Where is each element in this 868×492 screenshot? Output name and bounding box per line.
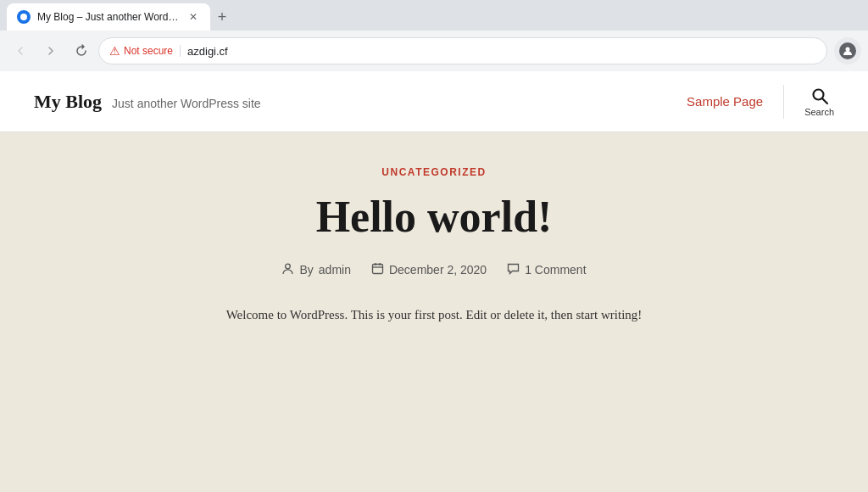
active-tab[interactable]: My Blog – Just another WordPre... ✕ bbox=[7, 3, 210, 31]
back-button[interactable] bbox=[7, 37, 34, 64]
url-bar[interactable]: ⚠ Not secure azdigi.cf bbox=[98, 37, 827, 64]
warning-icon: ⚠ bbox=[109, 44, 120, 58]
svg-point-4 bbox=[286, 264, 291, 269]
tab-favicon bbox=[17, 10, 31, 24]
post-comments[interactable]: 1 Comment bbox=[525, 263, 586, 277]
comment-icon bbox=[507, 262, 520, 277]
author-icon bbox=[281, 262, 294, 277]
search-icon bbox=[810, 87, 829, 105]
site-brand: My Blog Just another WordPress site bbox=[34, 91, 261, 113]
post-content: Welcome to WordPress. This is your first… bbox=[226, 305, 643, 327]
sample-page-link[interactable]: Sample Page bbox=[687, 94, 763, 109]
security-warning: ⚠ Not secure bbox=[109, 44, 173, 58]
post-date-meta: December 2, 2020 bbox=[371, 262, 487, 277]
site-header: My Blog Just another WordPress site Samp… bbox=[0, 71, 868, 132]
main-content: UNCATEGORIZED Hello world! By admin Dece… bbox=[0, 132, 868, 492]
site-nav: Sample Page Search bbox=[687, 85, 834, 119]
tab-title: My Blog – Just another WordPre... bbox=[37, 11, 180, 23]
svg-point-0 bbox=[20, 14, 27, 20]
post-title: Hello world! bbox=[316, 192, 553, 242]
post-category[interactable]: UNCATEGORIZED bbox=[381, 166, 486, 178]
site-tagline: Just another WordPress site bbox=[112, 97, 261, 110]
new-tab-button[interactable]: + bbox=[210, 5, 234, 29]
post-author-meta: By admin bbox=[281, 262, 350, 277]
site-brand-name: My Blog bbox=[34, 91, 102, 113]
calendar-icon bbox=[371, 262, 384, 277]
profile-button[interactable] bbox=[834, 37, 861, 64]
author-name[interactable]: admin bbox=[319, 263, 351, 277]
url-text: azdigi.cf bbox=[187, 45, 228, 58]
profile-icon bbox=[839, 42, 856, 59]
tab-close-button[interactable]: ✕ bbox=[186, 10, 200, 24]
search-label: Search bbox=[804, 107, 834, 117]
website-content: My Blog Just another WordPress site Samp… bbox=[0, 71, 868, 492]
svg-line-3 bbox=[822, 98, 827, 103]
svg-rect-5 bbox=[372, 265, 382, 274]
tab-bar: My Blog – Just another WordPre... ✕ + bbox=[0, 0, 868, 31]
search-button[interactable]: Search bbox=[804, 87, 834, 117]
reload-button[interactable] bbox=[68, 37, 95, 64]
url-divider bbox=[180, 45, 181, 57]
post-date: December 2, 2020 bbox=[389, 263, 487, 277]
author-prefix: By bbox=[299, 263, 313, 277]
post-meta: By admin December 2, 2020 1 Comment bbox=[281, 262, 586, 277]
browser-frame: My Blog – Just another WordPre... ✕ + ⚠ … bbox=[0, 0, 868, 492]
nav-divider bbox=[783, 85, 784, 119]
svg-point-1 bbox=[846, 48, 850, 52]
address-bar: ⚠ Not secure azdigi.cf bbox=[0, 31, 868, 71]
security-label: Not secure bbox=[124, 45, 173, 57]
forward-button[interactable] bbox=[37, 37, 64, 64]
post-comments-meta: 1 Comment bbox=[507, 262, 586, 277]
